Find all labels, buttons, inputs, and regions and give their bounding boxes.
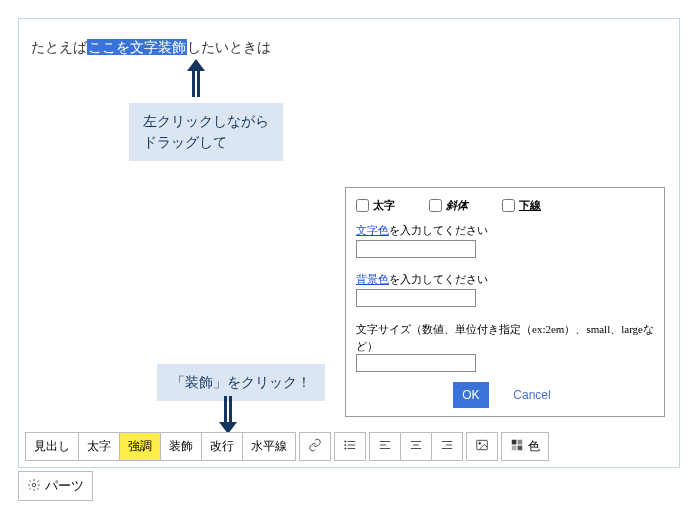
arrow-down-decoration bbox=[219, 396, 237, 434]
svg-point-3 bbox=[345, 441, 346, 442]
image-button[interactable] bbox=[466, 432, 498, 461]
decoration-button[interactable]: 装飾 bbox=[160, 432, 202, 461]
grid-icon bbox=[510, 438, 524, 455]
text-color-input[interactable] bbox=[356, 240, 476, 258]
sample-text: たとえばここを文字装飾したいときは bbox=[31, 39, 667, 57]
cancel-button[interactable]: Cancel bbox=[507, 387, 556, 403]
tip-click: 「装飾」をクリック！ bbox=[157, 364, 325, 401]
align-center-icon bbox=[409, 438, 423, 455]
align-left-button[interactable] bbox=[369, 432, 401, 461]
svg-rect-19 bbox=[512, 446, 517, 451]
text-color-link[interactable]: 文字色 bbox=[356, 224, 389, 236]
bold-checkbox[interactable]: 太字 bbox=[356, 198, 395, 213]
toolbar: 見出し 太字 強調 装飾 改行 水平線 色 bbox=[25, 432, 673, 461]
color-button[interactable]: 色 bbox=[501, 432, 549, 461]
editor-area: たとえばここを文字装飾したいときは 左クリックしながら ドラッグして すると、こ… bbox=[18, 18, 680, 468]
ok-button[interactable]: OK bbox=[453, 382, 488, 408]
bold-button[interactable]: 太字 bbox=[78, 432, 120, 461]
svg-point-5 bbox=[345, 448, 346, 449]
text-color-label: 文字色を入力してください bbox=[356, 223, 654, 238]
link-icon bbox=[308, 438, 322, 455]
italic-checkbox[interactable]: 斜体 bbox=[429, 198, 468, 213]
svg-point-16 bbox=[479, 442, 481, 444]
align-center-button[interactable] bbox=[400, 432, 432, 461]
break-button[interactable]: 改行 bbox=[201, 432, 243, 461]
svg-rect-20 bbox=[518, 446, 523, 451]
tip-drag: 左クリックしながら ドラッグして bbox=[129, 103, 283, 161]
align-left-icon bbox=[378, 438, 392, 455]
checkbox-row: 太字 斜体 下線 bbox=[356, 198, 654, 213]
list-icon bbox=[343, 438, 357, 455]
align-right-icon bbox=[440, 438, 454, 455]
font-size-input[interactable] bbox=[356, 354, 476, 372]
align-right-button[interactable] bbox=[431, 432, 463, 461]
bg-color-link[interactable]: 背景色 bbox=[356, 273, 389, 285]
text-selection[interactable]: ここを文字装飾 bbox=[87, 39, 187, 55]
style-popup: 太字 斜体 下線 文字色を入力してください 背景色を入力してください 文字サイズ… bbox=[345, 187, 665, 417]
svg-rect-17 bbox=[512, 440, 517, 445]
bg-color-input[interactable] bbox=[356, 289, 476, 307]
underline-checkbox[interactable]: 下線 bbox=[502, 198, 541, 213]
svg-point-4 bbox=[345, 444, 346, 445]
emphasis-button[interactable]: 強調 bbox=[119, 432, 161, 461]
hr-button[interactable]: 水平線 bbox=[242, 432, 296, 461]
link-button[interactable] bbox=[299, 432, 331, 461]
gear-icon bbox=[27, 478, 41, 495]
heading-button[interactable]: 見出し bbox=[25, 432, 79, 461]
svg-rect-18 bbox=[518, 440, 523, 445]
font-size-label: 文字サイズ（数値、単位付き指定（ex:2em）、small、largeなど） bbox=[356, 321, 654, 354]
image-icon bbox=[475, 438, 489, 455]
svg-rect-15 bbox=[477, 440, 488, 449]
text-suffix: したいときは bbox=[187, 39, 271, 55]
svg-point-21 bbox=[32, 483, 36, 487]
text-prefix: たとえば bbox=[31, 39, 87, 55]
parts-button[interactable]: パーツ bbox=[18, 471, 93, 501]
arrow-up-selection bbox=[187, 59, 205, 97]
list-button[interactable] bbox=[334, 432, 366, 461]
bg-color-label: 背景色を入力してください bbox=[356, 272, 654, 287]
